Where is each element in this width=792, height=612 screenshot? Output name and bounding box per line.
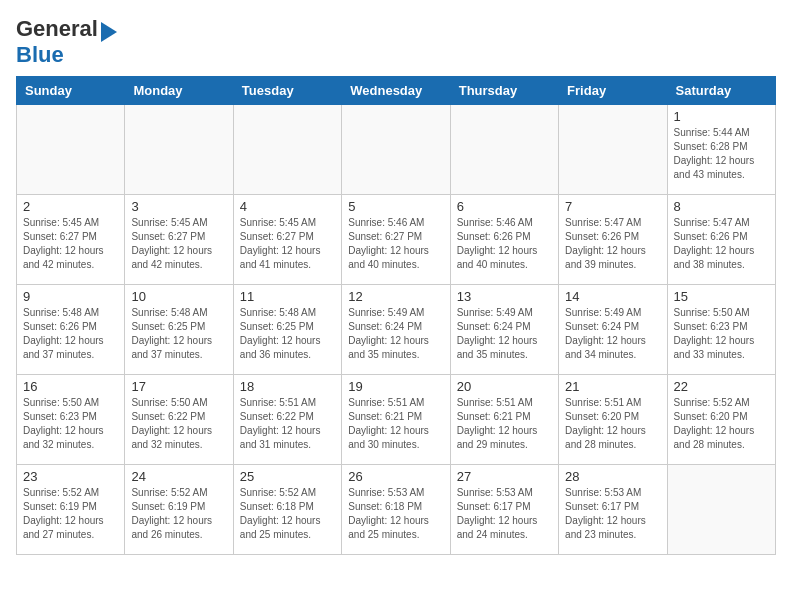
day-number: 28: [565, 469, 660, 484]
day-number: 17: [131, 379, 226, 394]
calendar-cell: [450, 105, 558, 195]
day-info: Sunrise: 5:48 AMSunset: 6:25 PMDaylight:…: [131, 306, 226, 362]
day-number: 6: [457, 199, 552, 214]
day-info: Sunrise: 5:49 AMSunset: 6:24 PMDaylight:…: [565, 306, 660, 362]
col-header-tuesday: Tuesday: [233, 77, 341, 105]
calendar-cell: 22Sunrise: 5:52 AMSunset: 6:20 PMDayligh…: [667, 375, 775, 465]
calendar-cell: 24Sunrise: 5:52 AMSunset: 6:19 PMDayligh…: [125, 465, 233, 555]
calendar-cell: 27Sunrise: 5:53 AMSunset: 6:17 PMDayligh…: [450, 465, 558, 555]
day-info: Sunrise: 5:50 AMSunset: 6:23 PMDaylight:…: [23, 396, 118, 452]
calendar-cell: 3Sunrise: 5:45 AMSunset: 6:27 PMDaylight…: [125, 195, 233, 285]
calendar-week-row: 16Sunrise: 5:50 AMSunset: 6:23 PMDayligh…: [17, 375, 776, 465]
calendar-cell: [17, 105, 125, 195]
calendar-header-row: SundayMondayTuesdayWednesdayThursdayFrid…: [17, 77, 776, 105]
day-info: Sunrise: 5:48 AMSunset: 6:25 PMDaylight:…: [240, 306, 335, 362]
calendar-cell: 26Sunrise: 5:53 AMSunset: 6:18 PMDayligh…: [342, 465, 450, 555]
day-number: 26: [348, 469, 443, 484]
calendar-cell: 10Sunrise: 5:48 AMSunset: 6:25 PMDayligh…: [125, 285, 233, 375]
day-number: 4: [240, 199, 335, 214]
col-header-thursday: Thursday: [450, 77, 558, 105]
calendar-cell: 8Sunrise: 5:47 AMSunset: 6:26 PMDaylight…: [667, 195, 775, 285]
day-info: Sunrise: 5:45 AMSunset: 6:27 PMDaylight:…: [131, 216, 226, 272]
day-number: 21: [565, 379, 660, 394]
calendar-week-row: 9Sunrise: 5:48 AMSunset: 6:26 PMDaylight…: [17, 285, 776, 375]
day-number: 19: [348, 379, 443, 394]
calendar-cell: 17Sunrise: 5:50 AMSunset: 6:22 PMDayligh…: [125, 375, 233, 465]
calendar-cell: 18Sunrise: 5:51 AMSunset: 6:22 PMDayligh…: [233, 375, 341, 465]
day-info: Sunrise: 5:48 AMSunset: 6:26 PMDaylight:…: [23, 306, 118, 362]
day-info: Sunrise: 5:46 AMSunset: 6:26 PMDaylight:…: [457, 216, 552, 272]
calendar-week-row: 2Sunrise: 5:45 AMSunset: 6:27 PMDaylight…: [17, 195, 776, 285]
day-number: 24: [131, 469, 226, 484]
calendar-cell: 16Sunrise: 5:50 AMSunset: 6:23 PMDayligh…: [17, 375, 125, 465]
day-info: Sunrise: 5:51 AMSunset: 6:21 PMDaylight:…: [457, 396, 552, 452]
day-number: 7: [565, 199, 660, 214]
logo-icon: [101, 22, 117, 42]
day-number: 20: [457, 379, 552, 394]
day-number: 25: [240, 469, 335, 484]
day-info: Sunrise: 5:52 AMSunset: 6:19 PMDaylight:…: [131, 486, 226, 542]
calendar-cell: 2Sunrise: 5:45 AMSunset: 6:27 PMDaylight…: [17, 195, 125, 285]
col-header-sunday: Sunday: [17, 77, 125, 105]
day-info: Sunrise: 5:52 AMSunset: 6:20 PMDaylight:…: [674, 396, 769, 452]
calendar-cell: [559, 105, 667, 195]
col-header-monday: Monday: [125, 77, 233, 105]
logo: General Blue: [16, 16, 117, 68]
calendar-cell: 20Sunrise: 5:51 AMSunset: 6:21 PMDayligh…: [450, 375, 558, 465]
calendar-cell: 13Sunrise: 5:49 AMSunset: 6:24 PMDayligh…: [450, 285, 558, 375]
calendar-cell: 4Sunrise: 5:45 AMSunset: 6:27 PMDaylight…: [233, 195, 341, 285]
day-info: Sunrise: 5:53 AMSunset: 6:17 PMDaylight:…: [457, 486, 552, 542]
calendar-week-row: 1Sunrise: 5:44 AMSunset: 6:28 PMDaylight…: [17, 105, 776, 195]
day-number: 11: [240, 289, 335, 304]
calendar-cell: 9Sunrise: 5:48 AMSunset: 6:26 PMDaylight…: [17, 285, 125, 375]
calendar-cell: [233, 105, 341, 195]
logo-blue-text: Blue: [16, 42, 64, 67]
day-number: 5: [348, 199, 443, 214]
day-info: Sunrise: 5:50 AMSunset: 6:23 PMDaylight:…: [674, 306, 769, 362]
calendar-cell: 5Sunrise: 5:46 AMSunset: 6:27 PMDaylight…: [342, 195, 450, 285]
col-header-friday: Friday: [559, 77, 667, 105]
day-number: 10: [131, 289, 226, 304]
day-number: 27: [457, 469, 552, 484]
day-number: 14: [565, 289, 660, 304]
calendar-cell: 1Sunrise: 5:44 AMSunset: 6:28 PMDaylight…: [667, 105, 775, 195]
col-header-wednesday: Wednesday: [342, 77, 450, 105]
day-number: 3: [131, 199, 226, 214]
day-number: 15: [674, 289, 769, 304]
calendar-table: SundayMondayTuesdayWednesdayThursdayFrid…: [16, 76, 776, 555]
calendar-cell: 25Sunrise: 5:52 AMSunset: 6:18 PMDayligh…: [233, 465, 341, 555]
day-info: Sunrise: 5:47 AMSunset: 6:26 PMDaylight:…: [674, 216, 769, 272]
calendar-cell: 28Sunrise: 5:53 AMSunset: 6:17 PMDayligh…: [559, 465, 667, 555]
day-info: Sunrise: 5:45 AMSunset: 6:27 PMDaylight:…: [240, 216, 335, 272]
calendar-cell: [125, 105, 233, 195]
calendar-week-row: 23Sunrise: 5:52 AMSunset: 6:19 PMDayligh…: [17, 465, 776, 555]
day-number: 8: [674, 199, 769, 214]
day-number: 9: [23, 289, 118, 304]
day-number: 22: [674, 379, 769, 394]
calendar-cell: 14Sunrise: 5:49 AMSunset: 6:24 PMDayligh…: [559, 285, 667, 375]
day-info: Sunrise: 5:51 AMSunset: 6:20 PMDaylight:…: [565, 396, 660, 452]
day-info: Sunrise: 5:49 AMSunset: 6:24 PMDaylight:…: [457, 306, 552, 362]
day-info: Sunrise: 5:46 AMSunset: 6:27 PMDaylight:…: [348, 216, 443, 272]
calendar-cell: [667, 465, 775, 555]
day-info: Sunrise: 5:52 AMSunset: 6:19 PMDaylight:…: [23, 486, 118, 542]
day-number: 16: [23, 379, 118, 394]
calendar-cell: 19Sunrise: 5:51 AMSunset: 6:21 PMDayligh…: [342, 375, 450, 465]
day-number: 1: [674, 109, 769, 124]
day-number: 23: [23, 469, 118, 484]
calendar-cell: 7Sunrise: 5:47 AMSunset: 6:26 PMDaylight…: [559, 195, 667, 285]
calendar-cell: [342, 105, 450, 195]
day-info: Sunrise: 5:47 AMSunset: 6:26 PMDaylight:…: [565, 216, 660, 272]
day-info: Sunrise: 5:53 AMSunset: 6:17 PMDaylight:…: [565, 486, 660, 542]
calendar-cell: 15Sunrise: 5:50 AMSunset: 6:23 PMDayligh…: [667, 285, 775, 375]
calendar-cell: 12Sunrise: 5:49 AMSunset: 6:24 PMDayligh…: [342, 285, 450, 375]
day-info: Sunrise: 5:51 AMSunset: 6:22 PMDaylight:…: [240, 396, 335, 452]
day-number: 2: [23, 199, 118, 214]
day-info: Sunrise: 5:52 AMSunset: 6:18 PMDaylight:…: [240, 486, 335, 542]
day-number: 13: [457, 289, 552, 304]
day-info: Sunrise: 5:44 AMSunset: 6:28 PMDaylight:…: [674, 126, 769, 182]
calendar-cell: 6Sunrise: 5:46 AMSunset: 6:26 PMDaylight…: [450, 195, 558, 285]
calendar-cell: 23Sunrise: 5:52 AMSunset: 6:19 PMDayligh…: [17, 465, 125, 555]
calendar-cell: 11Sunrise: 5:48 AMSunset: 6:25 PMDayligh…: [233, 285, 341, 375]
day-number: 18: [240, 379, 335, 394]
